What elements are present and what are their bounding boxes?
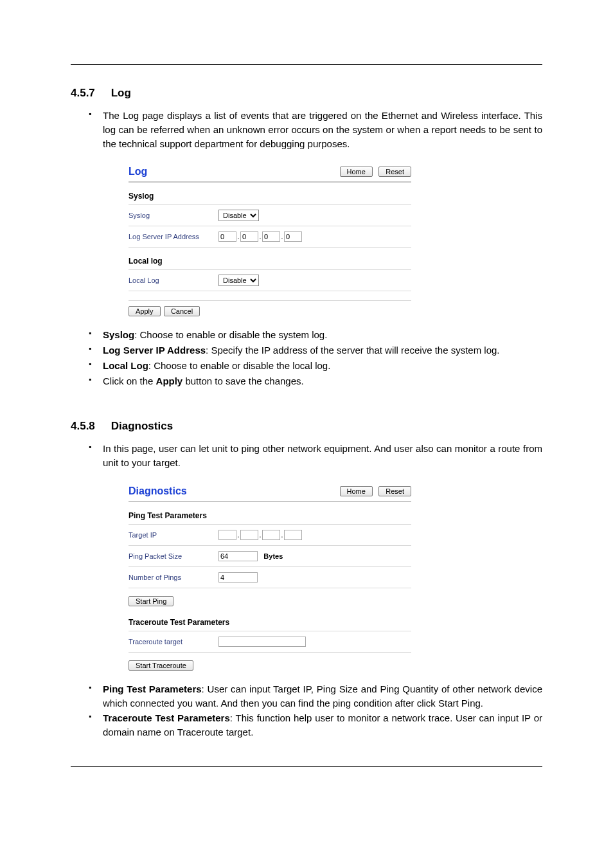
log-server-ip-label: Log Server IP Address (129, 233, 218, 240)
bullet-local-log: Local Log: Choose to enable or disable t… (89, 359, 542, 373)
traceroute-heading: Traceroute Test Parameters (129, 618, 411, 627)
ip-octet-3[interactable] (262, 231, 280, 242)
section-number: 4.5.7 (71, 87, 108, 100)
bullet-traceroute-params: Traceroute Test Parameters: This functio… (89, 711, 542, 739)
bullet-syslog: Syslog: Choose to enable or disable the … (89, 328, 542, 342)
reset-button[interactable]: Reset (378, 167, 411, 177)
apply-button[interactable]: Apply (129, 306, 161, 316)
syslog-label: Syslog (129, 212, 218, 219)
log-config-panel: Log Home Reset Syslog Syslog Disable Log… (129, 166, 411, 316)
number-of-pings-input[interactable] (218, 572, 258, 583)
reset-button[interactable]: Reset (378, 486, 411, 496)
number-of-pings-label: Number of Pings (129, 574, 218, 581)
panel-title: Diagnostics (129, 485, 187, 497)
diagnostics-panel: Diagnostics Home Reset Ping Test Paramet… (129, 485, 411, 671)
traceroute-target-label: Traceroute target (129, 638, 218, 646)
bullet-log-server-ip: Log Server IP Address: Specify the IP ad… (89, 343, 542, 357)
ping-test-heading: Ping Test Parameters (129, 511, 411, 520)
bytes-unit: Bytes (263, 552, 283, 560)
start-traceroute-button[interactable]: Start Traceroute (129, 660, 193, 671)
local-log-select[interactable]: Disable (218, 275, 259, 286)
target-ip-octet-1[interactable] (218, 530, 236, 540)
syslog-heading: Syslog (129, 192, 411, 201)
section-heading-log: 4.5.7 Log (71, 87, 542, 100)
start-ping-button[interactable]: Start Ping (129, 596, 173, 606)
target-ip-octet-2[interactable] (240, 530, 258, 540)
cancel-button[interactable]: Cancel (164, 306, 200, 316)
bullet-apply: Click on the Apply button to save the ch… (89, 374, 542, 388)
target-ip-label: Target IP (129, 531, 218, 539)
ping-packet-size-label: Ping Packet Size (129, 552, 218, 560)
ping-packet-size-input[interactable] (218, 551, 258, 561)
ip-octet-1[interactable] (218, 231, 236, 242)
home-button[interactable]: Home (340, 486, 373, 496)
ip-octet-4[interactable] (284, 231, 302, 242)
bullet-ping-params: Ping Test Parameters: User can input Tar… (89, 682, 542, 710)
traceroute-target-input[interactable] (218, 637, 306, 647)
section-title: Log (111, 87, 131, 99)
local-log-heading: Local log (129, 257, 411, 266)
ip-octet-2[interactable] (240, 231, 258, 242)
panel-title: Log (129, 166, 147, 177)
section-intro: In this page, user can let unit to ping … (89, 442, 542, 470)
section-intro: The Log page displays a list of events t… (89, 109, 542, 150)
section-heading-diagnostics: 4.5.8 Diagnostics (71, 420, 542, 433)
home-button[interactable]: Home (340, 167, 373, 177)
target-ip-octet-3[interactable] (262, 530, 280, 540)
target-ip-octet-4[interactable] (284, 530, 302, 540)
section-title: Diagnostics (111, 420, 173, 432)
syslog-select[interactable]: Disable (218, 210, 259, 221)
local-log-label: Local Log (129, 276, 218, 284)
section-number: 4.5.8 (71, 420, 108, 433)
